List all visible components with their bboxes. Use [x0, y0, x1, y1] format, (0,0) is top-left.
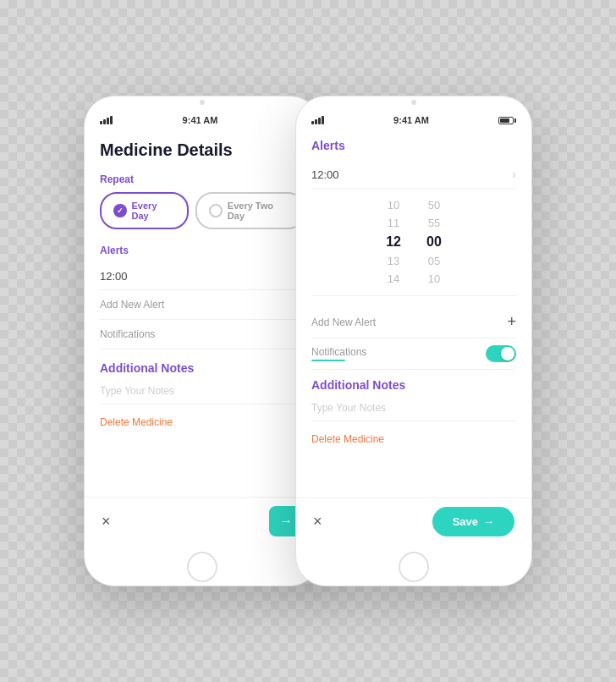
hour-13[interactable]: 13 [388, 255, 399, 267]
alert-time-right[interactable]: 12:00 › [311, 161, 516, 189]
save-arrow-left: → [279, 514, 293, 529]
check-icon: ✓ [113, 204, 127, 217]
status-bar-left: 9:41 AM [85, 107, 320, 130]
signal-bars-left [100, 116, 113, 124]
notes-placeholder-right[interactable]: Type Your Notes [311, 395, 516, 421]
phone-top-right [296, 96, 531, 107]
alerts-section-left: Alerts 12:00 Add New Alert Notifications [100, 245, 305, 349]
radio-circle [209, 204, 223, 217]
save-label-right: Save [453, 515, 478, 528]
minutes-col: 50 55 00 05 10 [426, 199, 442, 285]
every-two-day-label: Every Two Day [228, 201, 291, 221]
additional-notes-label-left: Additional Notes [100, 361, 305, 375]
notifications-label-left: Notifications [100, 328, 155, 340]
alert-time-left[interactable]: 12:00 [100, 263, 305, 290]
home-circle-left [187, 552, 217, 582]
hour-12-selected[interactable]: 12 [386, 234, 401, 250]
alert-time-value-left: 12:00 [100, 270, 128, 283]
bottom-bar-left: × → [85, 497, 320, 545]
add-alert-left[interactable]: Add New Alert [100, 290, 305, 320]
notifications-toggle[interactable] [486, 345, 516, 362]
min-05[interactable]: 05 [428, 255, 440, 267]
notifications-row-left[interactable]: Notifications [100, 320, 305, 349]
add-alert-label-right: Add New Alert [311, 316, 376, 328]
speaker-dot-right [411, 100, 416, 105]
min-10[interactable]: 10 [428, 272, 440, 285]
notifications-left: Notifications [311, 346, 366, 361]
home-circle-right [399, 552, 429, 582]
phone-top-left [85, 96, 320, 107]
notifications-row-right: Notifications [311, 338, 516, 370]
notif-line [311, 360, 345, 361]
hour-11[interactable]: 11 [388, 217, 399, 229]
notifications-label-right: Notifications [311, 346, 366, 358]
close-btn-right[interactable]: × [313, 513, 322, 531]
alerts-label-left: Alerts [100, 245, 305, 256]
notes-placeholder-left[interactable]: Type Your Notes [100, 378, 305, 404]
close-btn-left[interactable]: × [102, 513, 111, 531]
bottom-bar-right: × Save → [296, 498, 531, 545]
battery-tip [514, 118, 516, 123]
status-time-left: 9:41 AM [183, 115, 218, 125]
every-day-btn[interactable]: ✓ Every Day [100, 192, 189, 229]
battery-fill [500, 118, 509, 123]
additional-notes-label-right: Additional Notes [311, 378, 516, 392]
battery-body [498, 117, 514, 124]
alerts-header-right: Alerts [311, 139, 516, 152]
alert-time-value-right: 12:00 [311, 168, 339, 181]
phone-right: 9:41 AM Alerts 12:00 › 10 11 12 [295, 96, 532, 586]
phone-left: 9:41 AM Medicine Details Repeat ✓ Every … [84, 96, 321, 586]
min-55[interactable]: 55 [428, 217, 440, 229]
screen-content-right: Alerts 12:00 › 10 11 12 13 14 50 55 00 [296, 130, 531, 498]
min-50[interactable]: 50 [428, 199, 440, 212]
status-bar-right: 9:41 AM [296, 107, 531, 130]
page-title: Medicine Details [100, 140, 305, 160]
phones-container: 9:41 AM Medicine Details Repeat ✓ Every … [84, 96, 532, 586]
delete-btn-left[interactable]: Delete Medicine [100, 416, 305, 428]
repeat-buttons: ✓ Every Day Every Two Day [100, 192, 305, 229]
status-time-right: 9:41 AM [393, 115, 429, 125]
chevron-right-icon: › [512, 168, 516, 181]
hours-col: 10 11 12 13 14 [386, 199, 401, 285]
speaker-dot-left [200, 100, 205, 105]
add-alert-right[interactable]: Add New Alert + [311, 306, 516, 338]
delete-btn-right[interactable]: Delete Medicine [311, 433, 516, 445]
add-alert-label-left: Add New Alert [100, 299, 164, 311]
home-indicator-left [85, 545, 320, 586]
home-indicator-right [296, 545, 531, 586]
min-00-selected[interactable]: 00 [426, 234, 442, 250]
signal-bars-right [311, 116, 324, 124]
hour-14[interactable]: 14 [388, 272, 399, 285]
every-day-label: Every Day [132, 201, 176, 221]
hour-10[interactable]: 10 [388, 199, 399, 212]
every-two-day-btn[interactable]: Every Two Day [195, 192, 305, 229]
plus-icon: + [507, 313, 516, 331]
save-arrow-right: → [483, 515, 494, 528]
battery-icon-right [498, 117, 516, 124]
screen-content-left: Medicine Details Repeat ✓ Every Day Ever… [85, 130, 320, 497]
repeat-label: Repeat [100, 173, 305, 185]
time-picker: 10 11 12 13 14 50 55 00 05 10 [311, 195, 516, 296]
save-btn-right[interactable]: Save → [432, 507, 514, 536]
